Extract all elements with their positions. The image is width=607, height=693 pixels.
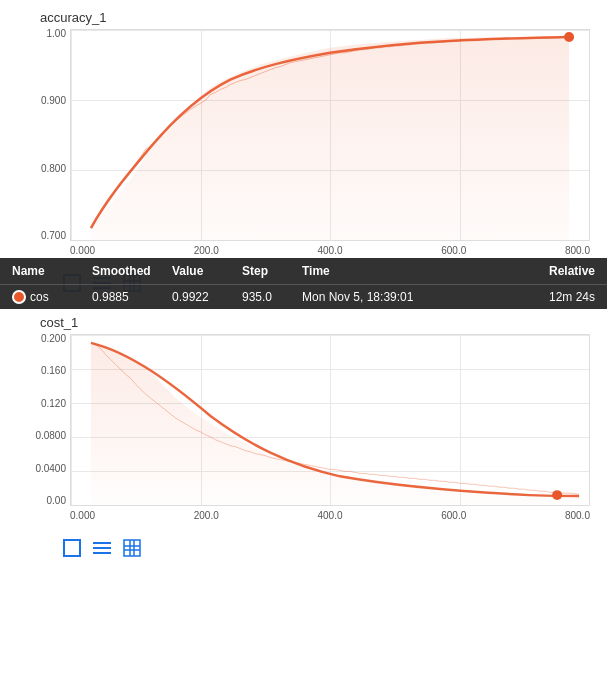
cost-y-label-2: 0.120: [41, 399, 66, 409]
accuracy-chart-area: [70, 29, 590, 241]
accuracy-chart-section: accuracy_1 1.00 0.900 0.800 0.700: [0, 0, 607, 297]
cost-x-label-3: 600.0: [441, 510, 466, 521]
cost-grid-button[interactable]: [120, 538, 144, 558]
cost-toolbar: [60, 538, 597, 562]
tooltip-overlay: Name Smoothed Value Step Time Relative c…: [0, 258, 607, 309]
cost-y-label-1: 0.160: [41, 366, 66, 376]
y-label-1: 1.00: [47, 29, 66, 39]
cost-fullscreen-icon: [63, 539, 81, 557]
cost-chart-container: 0.200 0.160 0.120 0.0800 0.0400 0.00: [20, 334, 590, 534]
svg-rect-19: [64, 540, 80, 556]
x-label-0: 0.000: [70, 245, 95, 256]
tooltip-col-time-header: Time: [302, 264, 515, 278]
cost-y-axis: 0.200 0.160 0.120 0.0800 0.0400 0.00: [20, 334, 70, 506]
tooltip-header: Name Smoothed Value Step Time Relative: [0, 258, 607, 285]
tooltip-col-relative-header: Relative: [515, 264, 595, 278]
x-label-4: 800.0: [565, 245, 590, 256]
tooltip-time: Mon Nov 5, 18:39:01: [302, 290, 515, 304]
x-label-1: 200.0: [194, 245, 219, 256]
tooltip-name-cell: cos: [12, 290, 92, 304]
cost-chart-title: cost_1: [40, 315, 597, 330]
tooltip-value: 0.9922: [172, 290, 242, 304]
svg-point-0: [564, 32, 574, 42]
svg-point-18: [552, 490, 562, 500]
tooltip-step: 935.0: [242, 290, 302, 304]
cost-y-label-0: 0.200: [41, 334, 66, 344]
tooltip-col-name-header: Name: [12, 264, 92, 278]
cost-y-label-3: 0.0800: [35, 431, 66, 441]
cost-x-label-0: 0.000: [70, 510, 95, 521]
cost-chart-area: [70, 334, 590, 506]
tooltip-col-smoothed-header: Smoothed: [92, 264, 172, 278]
cost-x-axis: 0.000 200.0 400.0 600.0 800.0: [70, 506, 590, 534]
cost-x-label-2: 400.0: [317, 510, 342, 521]
tooltip-data-row: cos 0.9885 0.9922 935.0 Mon Nov 5, 18:39…: [0, 285, 607, 309]
cost-grid-icon: [123, 539, 141, 557]
x-label-2: 400.0: [317, 245, 342, 256]
x-label-3: 600.0: [441, 245, 466, 256]
accuracy-chart-title: accuracy_1: [40, 10, 597, 25]
tooltip-relative: 12m 24s: [515, 290, 595, 304]
cost-curve-svg: [71, 335, 589, 505]
tooltip-col-step-header: Step: [242, 264, 302, 278]
svg-rect-31: [124, 540, 140, 556]
cost-list-button[interactable]: [90, 538, 114, 558]
accuracy-y-axis: 1.00 0.900 0.800 0.700: [20, 29, 70, 241]
accuracy-curve-svg: [71, 30, 589, 240]
accuracy-chart-container: 1.00 0.900 0.800 0.700: [20, 29, 590, 269]
cost-x-label-4: 800.0: [565, 510, 590, 521]
tooltip-col-value-header: Value: [172, 264, 242, 278]
cost-list-icon: [93, 541, 111, 555]
y-label-4: 0.700: [41, 231, 66, 241]
tooltip-row-name: cos: [30, 290, 49, 304]
dot-orange-icon: [12, 290, 26, 304]
cost-x-label-1: 200.0: [194, 510, 219, 521]
cost-y-label-5: 0.00: [47, 496, 66, 506]
cost-fullscreen-button[interactable]: [60, 538, 84, 558]
cost-y-label-4: 0.0400: [35, 464, 66, 474]
cost-chart-section: cost_1 0.200 0.160 0.120 0.0800 0.0400 0…: [0, 305, 607, 562]
y-label-3: 0.800: [41, 164, 66, 174]
y-label-2: 0.900: [41, 96, 66, 106]
tooltip-smoothed-value: 0.9885: [92, 290, 172, 304]
